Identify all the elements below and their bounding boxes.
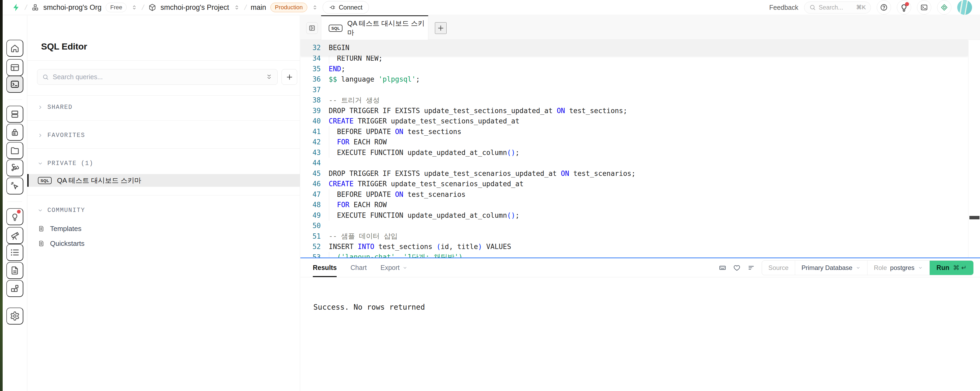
search-queries-input[interactable]: Search queries... bbox=[37, 69, 278, 85]
code-line-35[interactable]: 35END; bbox=[301, 64, 968, 74]
advisors-nav-button[interactable] bbox=[6, 208, 23, 225]
storage-nav-button[interactable] bbox=[6, 142, 23, 159]
line-number: 36 bbox=[301, 75, 321, 83]
heart-icon[interactable] bbox=[733, 264, 741, 272]
code-line-46[interactable]: 46CREATE TRIGGER update_test_scenarios_u… bbox=[301, 178, 968, 189]
editor-overview-ruler[interactable] bbox=[968, 40, 980, 257]
search-icon bbox=[809, 4, 816, 11]
notifications-button[interactable] bbox=[897, 0, 911, 14]
breadcrumb-project[interactable]: smchoi-prog's Project bbox=[161, 3, 229, 12]
editor-tabbar: SQL QA 테스트 대시보드 스키마 bbox=[301, 15, 980, 40]
search-icon bbox=[42, 74, 49, 81]
role-select[interactable]: Role postgres bbox=[867, 261, 929, 275]
editor-tab-active[interactable]: SQL QA 테스트 대시보드 스키마 bbox=[321, 15, 428, 40]
line-number: 46 bbox=[301, 180, 321, 188]
supabase-logo[interactable] bbox=[12, 2, 21, 13]
code-line-43[interactable]: 43 EXECUTE FUNCTION update_updated_at_co… bbox=[301, 147, 968, 158]
line-number: 49 bbox=[301, 211, 321, 219]
edge-functions-nav-button[interactable] bbox=[6, 159, 23, 176]
org-switcher-chevrons-icon[interactable] bbox=[131, 4, 138, 11]
collapse-sidebar-button[interactable] bbox=[306, 22, 318, 34]
cli-button[interactable] bbox=[917, 0, 931, 14]
section-private[interactable]: PRIVATE (1) bbox=[27, 157, 300, 169]
chevron-down-icon bbox=[918, 265, 923, 270]
section-community[interactable]: COMMUNITY bbox=[27, 205, 300, 216]
breadcrumb-branch[interactable]: main bbox=[251, 3, 266, 12]
table-editor-nav-button[interactable] bbox=[6, 59, 23, 76]
code-line-53[interactable]: 53 ('lanoun-chat', '1단계: 채팅방') bbox=[301, 252, 968, 258]
code-line-47[interactable]: 47 BEFORE UPDATE ON test_scenarios bbox=[301, 189, 968, 200]
logs-nav-button[interactable] bbox=[6, 244, 23, 261]
search-shortcut: ⌘K bbox=[856, 4, 866, 11]
results-tab-results[interactable]: Results bbox=[313, 258, 337, 277]
code-line-42[interactable]: 42 FOR EACH ROW bbox=[301, 137, 968, 147]
line-number: 45 bbox=[301, 170, 321, 178]
code-line-41[interactable]: 41 BEFORE UPDATE ON test_sections bbox=[301, 126, 968, 137]
code-line-45[interactable]: 45DROP TRIGGER IF EXISTS update_test_sce… bbox=[301, 168, 968, 179]
api-docs-icon bbox=[10, 265, 20, 275]
results-tab-export[interactable]: Export bbox=[380, 258, 407, 277]
api-docs-nav-button[interactable] bbox=[6, 262, 23, 279]
new-query-button[interactable] bbox=[282, 69, 297, 85]
breadcrumb-org[interactable]: smchoi-prog's Org bbox=[43, 3, 102, 12]
feedback-link[interactable]: Feedback bbox=[769, 4, 798, 11]
results-panel: Success. No rows returned bbox=[301, 277, 980, 391]
database-nav-button[interactable] bbox=[6, 106, 23, 122]
panel-collapse-icon bbox=[308, 24, 316, 32]
environment-badge: Production bbox=[270, 3, 307, 12]
authentication-nav-button[interactable] bbox=[6, 124, 23, 141]
results-tab-chart[interactable]: Chart bbox=[350, 258, 367, 277]
keyboard-icon[interactable] bbox=[719, 264, 726, 272]
assistant-button[interactable] bbox=[937, 0, 951, 14]
project-settings-nav-button[interactable] bbox=[6, 308, 23, 324]
section-shared[interactable]: SHARED bbox=[27, 102, 300, 113]
database-select[interactable]: Primary Database bbox=[795, 261, 867, 275]
plus-icon bbox=[286, 73, 293, 81]
breadcrumb-separator: / bbox=[141, 3, 145, 12]
logs-icon bbox=[10, 248, 20, 257]
plus-icon bbox=[437, 24, 445, 32]
supabase-sql-editor-screen: / smchoi-prog's Org Free / smchoi-prog's… bbox=[0, 0, 980, 391]
sql-code-editor[interactable]: 32BEGIN 34 RETURN NEW;35END;36$$ languag… bbox=[301, 40, 980, 257]
realtime-icon bbox=[10, 181, 20, 191]
code-line-48[interactable]: 48 FOR EACH ROW bbox=[301, 199, 968, 210]
expand-all-icon[interactable] bbox=[266, 74, 272, 81]
code-line-37[interactable]: 37 bbox=[301, 84, 968, 95]
code-line-40[interactable]: 40CREATE TRIGGER update_test_sections_up… bbox=[301, 116, 968, 126]
format-lines-icon[interactable] bbox=[748, 264, 755, 272]
line-number: 47 bbox=[301, 191, 321, 199]
branch-switcher-chevrons-icon[interactable] bbox=[312, 4, 318, 11]
connect-button[interactable]: Connect bbox=[323, 1, 369, 14]
user-avatar[interactable] bbox=[957, 0, 972, 15]
new-tab-button[interactable] bbox=[435, 22, 447, 34]
code-line-52[interactable]: 52INSERT INTO test_sections (id, title) … bbox=[301, 241, 968, 252]
section-favorites[interactable]: FAVORITES bbox=[27, 130, 300, 141]
notification-dot bbox=[905, 2, 909, 6]
run-button[interactable]: Run ⌘ ↵ bbox=[930, 261, 974, 275]
help-button[interactable] bbox=[877, 0, 891, 14]
edge-functions-icon bbox=[10, 163, 20, 173]
project-icon bbox=[148, 3, 156, 11]
community-item-templates[interactable]: Templates bbox=[27, 222, 300, 235]
code-line-44[interactable]: 44 bbox=[301, 157, 968, 168]
community-item-quickstarts[interactable]: Quickstarts bbox=[27, 237, 300, 250]
line-number: 35 bbox=[301, 65, 321, 73]
reports-nav-button[interactable] bbox=[6, 227, 23, 244]
query-item-selected[interactable]: SQL QA 테스트 대시보드 스키마 bbox=[27, 174, 300, 187]
project-switcher-chevrons-icon[interactable] bbox=[233, 4, 240, 11]
code-line-39[interactable]: 39DROP TRIGGER IF EXISTS update_test_sec… bbox=[301, 105, 968, 116]
help-icon bbox=[880, 3, 888, 11]
global-search-input[interactable]: Search... ⌘K bbox=[804, 2, 871, 14]
integrations-nav-button[interactable] bbox=[6, 280, 23, 297]
results-toolbar: ResultsChartExport Source Primary Databa… bbox=[301, 258, 980, 277]
code-line-50[interactable]: 50 bbox=[301, 220, 968, 231]
line-number: 37 bbox=[301, 86, 321, 94]
code-line-51[interactable]: 51-- 샘플 데이터 삽입 bbox=[301, 231, 968, 242]
code-line-38[interactable]: 38-- 트리거 생성 bbox=[301, 95, 968, 105]
realtime-nav-button[interactable] bbox=[6, 178, 23, 194]
code-line-49[interactable]: 49 EXECUTE FUNCTION update_updated_at_co… bbox=[301, 210, 968, 221]
home-nav-button[interactable] bbox=[6, 40, 23, 57]
code-line-36[interactable]: 36$$ language 'plpgsql'; bbox=[301, 74, 968, 84]
table-editor-icon bbox=[10, 62, 20, 73]
sql-editor-nav-button[interactable] bbox=[6, 76, 23, 93]
